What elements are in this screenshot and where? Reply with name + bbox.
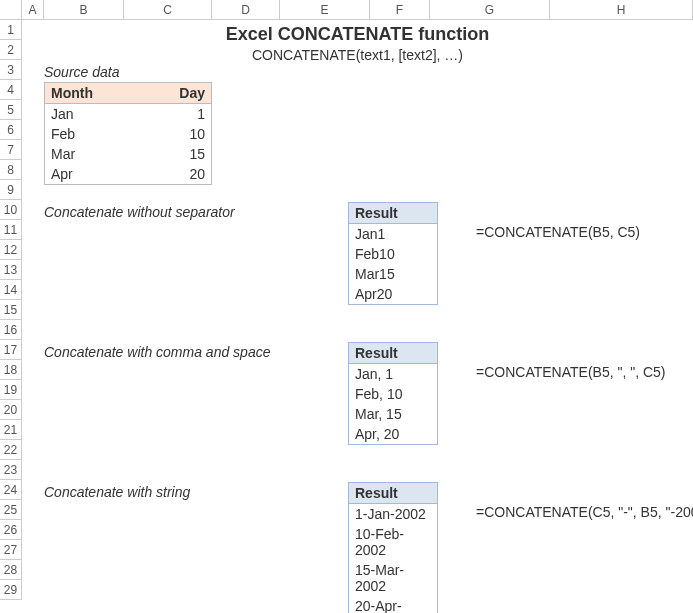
source-data-label: Source data	[44, 64, 120, 80]
result-cell[interactable]: Mar, 15	[349, 404, 438, 424]
row-header[interactable]: 23	[0, 460, 22, 480]
col-header-D[interactable]: D	[212, 0, 280, 20]
worksheet-content: Excel CONCATENATE function CONCATENATE(t…	[22, 20, 693, 613]
result-table: ResultJan1Feb10Mar15Apr20	[348, 202, 438, 305]
source-data-table: Month Day Jan1Feb10Mar15Apr20	[44, 82, 212, 185]
row-header[interactable]: 16	[0, 320, 22, 340]
row-header[interactable]: 2	[0, 40, 22, 60]
col-day-header: Day	[143, 83, 212, 104]
result-cell[interactable]: Mar15	[349, 264, 438, 284]
result-table: Result1-Jan-200210-Feb-200215-Mar-200220…	[348, 482, 438, 613]
cell-month[interactable]: Jan	[45, 104, 143, 125]
table-row: Apr20	[349, 284, 438, 305]
row-header[interactable]: 11	[0, 220, 22, 240]
col-header-A[interactable]: A	[22, 0, 44, 20]
example-label: Concatenate with comma and space	[44, 344, 270, 360]
row-header[interactable]: 21	[0, 420, 22, 440]
example-label: Concatenate without separator	[44, 204, 235, 220]
table-row: 10-Feb-2002	[349, 524, 438, 560]
formula-text[interactable]: =CONCATENATE(B5, C5)	[476, 224, 640, 240]
table-row: Jan1	[45, 104, 212, 125]
col-header-F[interactable]: F	[370, 0, 430, 20]
row-header[interactable]: 29	[0, 580, 22, 600]
table-row: Mar, 15	[349, 404, 438, 424]
col-header-C[interactable]: C	[124, 0, 212, 20]
result-cell[interactable]: 20-Apr-2002	[349, 596, 438, 613]
result-cell[interactable]: 10-Feb-2002	[349, 524, 438, 560]
result-cell[interactable]: Jan1	[349, 224, 438, 245]
formula-text[interactable]: =CONCATENATE(C5, "-", B5, "-2002")	[476, 504, 693, 520]
result-cell[interactable]: 15-Mar-2002	[349, 560, 438, 596]
col-header-H[interactable]: H	[550, 0, 693, 20]
result-header: Result	[349, 203, 438, 224]
row-header[interactable]: 27	[0, 540, 22, 560]
table-row: 15-Mar-2002	[349, 560, 438, 596]
col-month-header: Month	[45, 83, 143, 104]
row-header[interactable]: 13	[0, 260, 22, 280]
table-row: Feb10	[45, 124, 212, 144]
table-row: Mar15	[45, 144, 212, 164]
table-row: Jan, 1	[349, 364, 438, 385]
row-header[interactable]: 19	[0, 380, 22, 400]
row-header[interactable]: 7	[0, 140, 22, 160]
cell-month[interactable]: Apr	[45, 164, 143, 185]
row-header[interactable]: 1	[0, 20, 22, 40]
row-header[interactable]: 8	[0, 160, 22, 180]
col-header-G[interactable]: G	[430, 0, 550, 20]
cell-day[interactable]: 10	[143, 124, 212, 144]
row-header[interactable]: 20	[0, 400, 22, 420]
table-row: Apr, 20	[349, 424, 438, 445]
table-row: Feb10	[349, 244, 438, 264]
col-header-B[interactable]: B	[44, 0, 124, 20]
cell-day[interactable]: 20	[143, 164, 212, 185]
table-row: 20-Apr-2002	[349, 596, 438, 613]
row-header[interactable]: 17	[0, 340, 22, 360]
result-cell[interactable]: 1-Jan-2002	[349, 504, 438, 525]
row-header[interactable]: 15	[0, 300, 22, 320]
row-header[interactable]: 24	[0, 480, 22, 500]
table-header-row: Month Day	[45, 83, 212, 104]
result-cell[interactable]: Apr20	[349, 284, 438, 305]
result-cell[interactable]: Feb10	[349, 244, 438, 264]
page-title: Excel CONCATENATE function	[22, 24, 693, 45]
result-cell[interactable]: Jan, 1	[349, 364, 438, 385]
row-header[interactable]: 9	[0, 180, 22, 200]
row-header[interactable]: 14	[0, 280, 22, 300]
row-header[interactable]: 22	[0, 440, 22, 460]
page-subtitle: CONCATENATE(text1, [text2], …)	[22, 47, 693, 63]
row-header[interactable]: 25	[0, 500, 22, 520]
cell-month[interactable]: Feb	[45, 124, 143, 144]
table-row: Mar15	[349, 264, 438, 284]
result-table: ResultJan, 1Feb, 10Mar, 15Apr, 20	[348, 342, 438, 445]
table-row: Feb, 10	[349, 384, 438, 404]
cell-day[interactable]: 15	[143, 144, 212, 164]
select-all-corner[interactable]	[0, 0, 22, 20]
row-header[interactable]: 6	[0, 120, 22, 140]
formula-text[interactable]: =CONCATENATE(B5, ", ", C5)	[476, 364, 666, 380]
table-row: 1-Jan-2002	[349, 504, 438, 525]
row-header[interactable]: 18	[0, 360, 22, 380]
example-label: Concatenate with string	[44, 484, 190, 500]
cell-month[interactable]: Mar	[45, 144, 143, 164]
result-header: Result	[349, 483, 438, 504]
row-header[interactable]: 4	[0, 80, 22, 100]
row-header[interactable]: 10	[0, 200, 22, 220]
row-header[interactable]: 26	[0, 520, 22, 540]
result-cell[interactable]: Apr, 20	[349, 424, 438, 445]
row-header[interactable]: 28	[0, 560, 22, 580]
row-header[interactable]: 5	[0, 100, 22, 120]
cell-day[interactable]: 1	[143, 104, 212, 125]
col-header-E[interactable]: E	[280, 0, 370, 20]
column-headers-row: A B C D E F G H	[0, 0, 693, 20]
result-cell[interactable]: Feb, 10	[349, 384, 438, 404]
row-header[interactable]: 12	[0, 240, 22, 260]
result-header: Result	[349, 343, 438, 364]
row-header[interactable]: 3	[0, 60, 22, 80]
table-row: Apr20	[45, 164, 212, 185]
table-row: Jan1	[349, 224, 438, 245]
